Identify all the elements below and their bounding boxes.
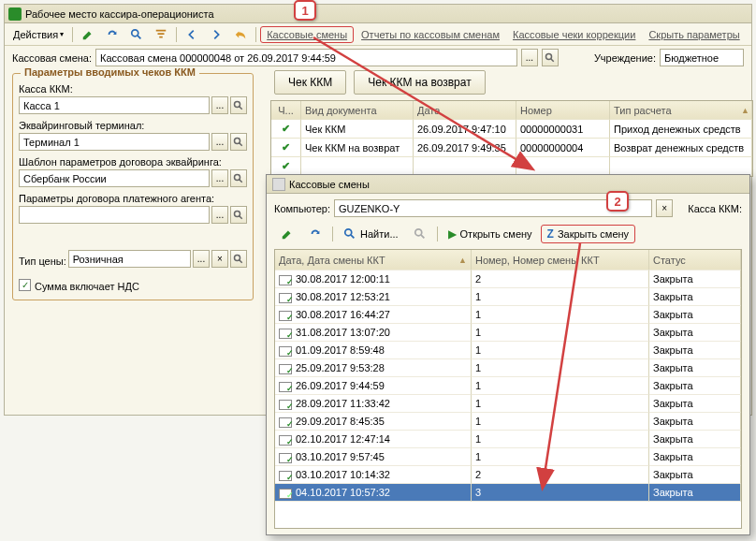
check-icon: ✔	[282, 141, 290, 154]
kkm-input[interactable]: Касса 1	[19, 96, 210, 114]
acq-search-button[interactable]	[230, 133, 247, 151]
col-check[interactable]: Ч...	[271, 101, 301, 120]
popup-title-bar: Кассовые смены	[267, 175, 749, 194]
col-date[interactable]: Дата▲	[414, 101, 516, 120]
kkm-select-button[interactable]: ...	[211, 96, 228, 114]
table-row[interactable]: 03.10.2017 10:14:322Закрыта	[275, 466, 741, 484]
doc-icon	[279, 273, 292, 285]
shift-label: Кассовая смена:	[12, 52, 92, 64]
price-input[interactable]: Розничная	[68, 250, 191, 268]
popup-clear-filter-icon[interactable]	[407, 225, 433, 243]
doc-icon	[279, 398, 292, 409]
price-select-button[interactable]: ...	[193, 250, 210, 268]
params-title: Параметры вводимых чеков ККМ	[21, 66, 199, 78]
svg-point-14	[345, 229, 352, 236]
col-num[interactable]: Номер	[516, 101, 610, 120]
tmpl-input[interactable]: Сбербанк России	[19, 169, 210, 187]
popup-kkm-label: Касса ККМ:	[688, 203, 742, 214]
table-row[interactable]: ✔Чек ККМ на возврат26.09.2017 9:49:35000…	[271, 139, 752, 157]
sort-icon[interactable]	[150, 25, 172, 44]
svg-point-8	[235, 174, 240, 180]
refresh-icon[interactable]	[101, 25, 124, 44]
window-title: Рабочее место кассира-операциониста	[25, 8, 214, 20]
table-row[interactable]: 25.09.2017 9:53:281Закрыта	[275, 359, 741, 377]
svg-line-1	[138, 35, 141, 38]
computer-label: Компьютер:	[274, 203, 330, 214]
receipt-button[interactable]: Чек ККМ	[274, 70, 346, 95]
svg-point-0	[132, 29, 138, 36]
find-icon[interactable]	[125, 25, 148, 44]
actions-dropdown[interactable]: Действия▾	[8, 25, 68, 44]
computer-clear-button[interactable]: ×	[656, 199, 673, 217]
agent-select-button[interactable]: ...	[211, 206, 228, 224]
doc-icon	[279, 487, 292, 498]
shift-input[interactable]: Кассовая смена 000000048 от 26.09.2017 9…	[95, 49, 517, 66]
agent-input[interactable]	[19, 206, 210, 224]
table-row[interactable]: 31.08.2017 13:07:201Закрыта	[275, 324, 741, 342]
price-search-button[interactable]	[230, 250, 247, 268]
popup-find-button[interactable]: Найти...	[337, 225, 405, 243]
undo-icon[interactable]	[229, 25, 252, 44]
svg-line-9	[240, 179, 242, 182]
popup-refresh-icon[interactable]	[302, 225, 328, 243]
close-shift-button[interactable]: Z Закрыть смену	[541, 225, 636, 243]
table-row[interactable]: 26.09.2017 9:44:591Закрыта	[275, 377, 741, 395]
col-shift-num[interactable]: Номер, Номер смены ККТ	[472, 250, 649, 270]
cash-shifts-link[interactable]: Кассовые смены	[260, 26, 354, 43]
col-pay[interactable]: Тип расчета	[610, 101, 752, 120]
table-row[interactable]: 02.10.2017 12:47:141Закрыта	[275, 431, 741, 448]
table-row[interactable]: ✔	[271, 157, 752, 176]
table-row[interactable]: 03.10.2017 9:57:451Закрыта	[275, 448, 741, 466]
kkm-search-button[interactable]	[230, 96, 247, 114]
edit-icon[interactable]	[77, 25, 99, 44]
acq-select-button[interactable]: ...	[211, 133, 228, 151]
doc-icon	[279, 451, 292, 462]
open-shift-button[interactable]: ▶ Открыть смену	[442, 225, 539, 243]
table-row[interactable]: 04.10.2017 10:57:323Закрыта	[275, 484, 741, 502]
shift-reports-link[interactable]: Отчеты по кассовым сменам	[356, 29, 505, 40]
table-row[interactable]: 30.08.2017 12:53:211Закрыта	[275, 288, 741, 306]
next-icon[interactable]	[205, 25, 227, 44]
computer-input[interactable]: GUZENKO-Y	[334, 199, 652, 217]
check-icon: ✔	[282, 123, 290, 135]
svg-point-10	[235, 211, 240, 216]
table-row[interactable]: 30.08.2017 12:00:112Закрыта	[275, 270, 741, 288]
app-icon	[8, 7, 22, 21]
table-row[interactable]: 30.08.2017 16:44:271Закрыта	[275, 306, 741, 324]
col-type[interactable]: Вид документа	[301, 101, 414, 120]
price-clear-button[interactable]: ×	[211, 250, 228, 268]
svg-line-3	[551, 58, 554, 61]
table-row[interactable]: ✔Чек ККМ26.09.2017 9:47:1000000000031При…	[271, 120, 752, 139]
org-label: Учреждение:	[594, 52, 656, 64]
hide-params-link[interactable]: Скрыть параметры	[643, 29, 745, 40]
doc-icon	[279, 309, 292, 320]
table-row[interactable]: 29.09.2017 8:45:351Закрыта	[275, 413, 741, 431]
vat-checkbox[interactable]: ✓	[19, 279, 31, 291]
popup-edit-icon[interactable]	[274, 225, 300, 243]
svg-point-2	[545, 53, 551, 59]
table-row[interactable]: 01.09.2017 8:59:481Закрыта	[275, 342, 741, 359]
tmpl-search-button[interactable]	[230, 169, 247, 187]
correction-checks-link[interactable]: Кассовые чеки коррекции	[507, 29, 641, 40]
prev-icon[interactable]	[181, 25, 203, 44]
table-row[interactable]: 28.09.2017 11:33:421Закрыта	[275, 395, 741, 413]
main-toolbar: Действия▾ Кассовые смены Отчеты по кассо…	[5, 23, 751, 46]
refund-button[interactable]: Чек ККМ на возврат	[354, 70, 485, 95]
documents-table[interactable]: Ч... Вид документа Дата▲ Номер Тип расче…	[270, 100, 753, 177]
agent-search-button[interactable]	[230, 206, 247, 224]
shift-select-button[interactable]: ...	[521, 49, 538, 66]
params-fieldset: Параметры вводимых чеков ККМ Касса ККМ: …	[12, 73, 254, 300]
shift-search-button[interactable]	[542, 49, 559, 66]
agent-label: Параметры договора платежного агента:	[19, 193, 247, 204]
svg-line-13	[240, 259, 242, 262]
svg-line-7	[240, 142, 242, 145]
col-shift-status[interactable]: Статус	[649, 250, 741, 270]
doc-icon	[279, 291, 292, 302]
acq-input[interactable]: Терминал 1	[19, 133, 210, 151]
org-input[interactable]: Бюджетное	[660, 49, 744, 66]
shifts-table[interactable]: Дата, Дата смены ККТ▲ Номер, Номер смены…	[274, 249, 742, 529]
tmpl-select-button[interactable]: ...	[211, 169, 228, 187]
shifts-popup: Кассовые смены Компьютер: GUZENKO-Y × Ка…	[266, 174, 750, 535]
col-shift-date[interactable]: Дата, Дата смены ККТ▲	[275, 250, 472, 270]
svg-line-5	[240, 106, 242, 109]
